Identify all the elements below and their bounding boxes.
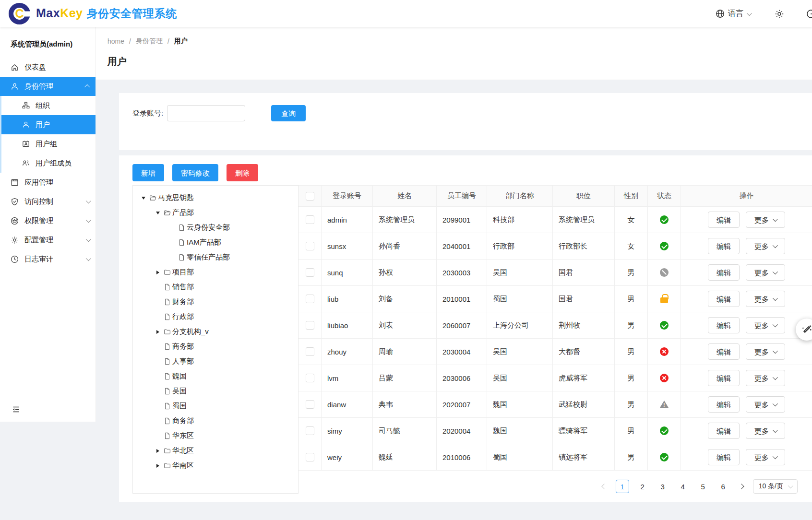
select-all-checkbox[interactable]	[306, 192, 314, 201]
status-locked-icon	[660, 295, 669, 303]
sidebar-item-audit-log[interactable]: 日志审计	[0, 249, 96, 269]
login-account-input[interactable]	[167, 105, 245, 121]
more-button[interactable]: 更多	[746, 317, 785, 333]
more-button[interactable]: 更多	[746, 343, 785, 360]
cell-employee-no: 2010001	[437, 286, 487, 312]
row-checkbox[interactable]	[306, 242, 314, 250]
sidebar-item-user-groups[interactable]: 用户组	[1, 134, 96, 154]
edit-button[interactable]: 编辑	[708, 238, 740, 254]
prev-page-button[interactable]	[599, 485, 609, 488]
more-button[interactable]: 更多	[746, 449, 785, 465]
more-button[interactable]: 更多	[746, 264, 785, 281]
chevron-down-icon	[773, 295, 778, 301]
change-password-button[interactable]: 密码修改	[172, 164, 218, 181]
more-button[interactable]: 更多	[746, 396, 785, 413]
sidebar-item-group-members[interactable]: 用户组成员	[1, 154, 96, 173]
page-size-select[interactable]: 10 条/页	[753, 479, 798, 494]
edit-button[interactable]: 编辑	[708, 396, 740, 413]
file-icon	[164, 388, 171, 395]
sidebar-item-organization[interactable]: 组织	[1, 96, 96, 115]
sidebar-item-permissions[interactable]: 权限管理	[0, 211, 96, 230]
collapse-sidebar-button[interactable]	[0, 404, 96, 422]
page-button-2[interactable]: 2	[636, 480, 649, 493]
tree-node[interactable]: 财务部	[133, 295, 298, 309]
tree-node[interactable]: 华东区	[133, 428, 298, 443]
settings-button[interactable]	[775, 9, 784, 19]
tree-node[interactable]: IAM产品部	[133, 235, 298, 250]
tree-node[interactable]: 云身份安全部	[133, 220, 298, 235]
more-button[interactable]: 更多	[746, 291, 785, 307]
chevron-down-icon	[773, 375, 778, 380]
cell-department: 行政部	[487, 233, 553, 259]
delete-button[interactable]: 删除	[227, 164, 258, 181]
cell-position: 荆州牧	[553, 312, 615, 338]
tree-node[interactable]: 商务部	[133, 339, 298, 354]
row-checkbox[interactable]	[306, 268, 314, 277]
page-button-1[interactable]: 1	[616, 480, 629, 493]
tree-node[interactable]: 商务部	[133, 414, 298, 428]
sidebar-item-access-control[interactable]: 访问控制	[0, 192, 96, 211]
edit-button[interactable]: 编辑	[708, 291, 740, 307]
tree-node[interactable]: 马克思钥匙	[133, 190, 298, 205]
row-checkbox[interactable]	[306, 215, 314, 224]
breadcrumb: home / 身份管理 / 用户	[107, 37, 812, 46]
sidebar-item-identity[interactable]: 身份管理	[0, 77, 96, 96]
chevron-down-icon	[773, 401, 778, 406]
page-button-3[interactable]: 3	[656, 480, 669, 493]
toolbar: 新增 密码修改 删除	[132, 164, 812, 181]
edit-button[interactable]: 编辑	[708, 423, 740, 439]
cell-account: sunsx	[322, 233, 373, 259]
add-button[interactable]: 新增	[132, 164, 164, 181]
tree-node[interactable]: 行政部	[133, 309, 298, 324]
sidebar-item-users[interactable]: 用户	[1, 115, 96, 134]
tree-node[interactable]: 人事部	[133, 354, 298, 369]
chevron-down-icon	[86, 256, 91, 261]
more-button[interactable]: 更多	[746, 238, 785, 254]
edit-button[interactable]: 编辑	[708, 449, 740, 465]
tree-node[interactable]: 华北区	[133, 443, 298, 458]
row-checkbox[interactable]	[306, 347, 314, 356]
more-button[interactable]: 更多	[746, 370, 785, 386]
cell-department: 魏国	[487, 391, 553, 417]
next-page-button[interactable]	[737, 485, 746, 488]
tree-node[interactable]: 华南区	[133, 458, 298, 473]
language-selector[interactable]: 语言	[716, 9, 751, 19]
tree-node[interactable]: 魏国	[133, 369, 298, 384]
page-button-5[interactable]: 5	[696, 480, 710, 493]
tree-node[interactable]: 分支机构_v	[133, 324, 298, 339]
edit-button[interactable]: 编辑	[708, 317, 740, 333]
row-checkbox[interactable]	[306, 426, 314, 435]
page-button-6[interactable]: 6	[716, 480, 730, 493]
sidebar-item-dashboard[interactable]: 仪表盘	[0, 58, 96, 77]
tree-node[interactable]: 销售部	[133, 280, 298, 295]
edit-button[interactable]: 编辑	[708, 370, 740, 386]
more-button[interactable]: 更多	[746, 423, 785, 439]
sidebar-item-applications[interactable]: 应用管理	[0, 173, 96, 192]
logout-button[interactable]	[806, 9, 812, 19]
cell-department: 吴国	[487, 365, 553, 391]
breadcrumb-identity[interactable]: 身份管理	[136, 37, 163, 46]
cell-employee-no: 2030006	[437, 365, 487, 391]
page-button-4[interactable]: 4	[676, 480, 690, 493]
tree-node[interactable]: 零信任产品部	[133, 250, 298, 265]
row-checkbox[interactable]	[306, 400, 314, 409]
row-checkbox[interactable]	[306, 453, 314, 461]
breadcrumb-home[interactable]: home	[107, 37, 124, 45]
edit-button[interactable]: 编辑	[708, 343, 740, 360]
cell-gender: 男	[615, 312, 648, 338]
more-button[interactable]: 更多	[746, 212, 785, 228]
folder-icon	[164, 328, 171, 335]
chevron-down-icon	[86, 198, 91, 203]
sidebar-item-configuration[interactable]: 配置管理	[0, 230, 96, 249]
edit-button[interactable]: 编辑	[708, 264, 740, 281]
tree-node[interactable]: 吴国	[133, 384, 298, 399]
tree-node[interactable]: 产品部	[133, 205, 298, 220]
row-checkbox[interactable]	[306, 321, 314, 330]
query-button[interactable]: 查询	[271, 105, 306, 121]
tree-node[interactable]: 项目部	[133, 265, 298, 280]
pagination: 1 2 3 4 5 6 10 条/页	[299, 479, 812, 494]
tree-node[interactable]: 蜀国	[133, 399, 298, 414]
row-checkbox[interactable]	[306, 374, 314, 382]
edit-button[interactable]: 编辑	[708, 212, 740, 228]
row-checkbox[interactable]	[306, 295, 314, 303]
